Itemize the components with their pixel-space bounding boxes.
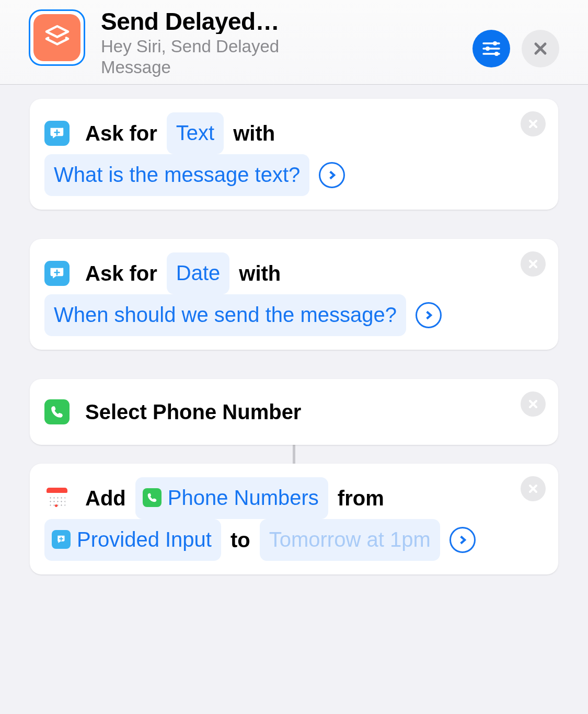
- select-phone-label: Select Phone Number: [85, 393, 301, 431]
- header-buttons: [472, 30, 559, 67]
- title-block: Send Delayed… Hey Siri, Send Delayed Mes…: [101, 8, 457, 77]
- phone-numbers-token[interactable]: Phone Numbers: [135, 477, 328, 519]
- close-button[interactable]: [522, 30, 559, 67]
- phone-numbers-token-label: Phone Numbers: [168, 478, 319, 517]
- svg-point-3: [493, 41, 497, 45]
- action-body: Ask for Text with What is the message te…: [44, 112, 544, 196]
- phone-icon: [44, 399, 70, 424]
- x-icon: [527, 258, 539, 270]
- x-icon: [527, 398, 539, 410]
- input-mini-icon: [52, 530, 71, 549]
- action-body: Select Phone Number: [44, 393, 544, 431]
- ask-verb: Ask for: [85, 254, 157, 293]
- chevron-right-icon: [327, 170, 337, 180]
- chevron-right-icon: [457, 535, 468, 545]
- ask-prompt-pill[interactable]: When should we send the message?: [44, 294, 406, 336]
- x-icon: [527, 118, 539, 130]
- provided-input-token-label: Provided Input: [77, 520, 212, 559]
- header-bar: Send Delayed… Hey Siri, Send Delayed Mes…: [0, 0, 588, 85]
- date-placeholder-pill[interactable]: Tomorrow at 1pm: [260, 519, 440, 561]
- expand-button[interactable]: [319, 162, 345, 188]
- expand-button[interactable]: [449, 527, 476, 553]
- sliders-icon: [481, 38, 502, 59]
- ask-type-pill[interactable]: Date: [167, 252, 230, 294]
- action-add-calendar[interactable]: Add Phone Numbers from Provided Input to…: [30, 464, 558, 574]
- shortcut-subtitle: Hey Siri, Send Delayed Message: [101, 36, 326, 77]
- close-icon: [530, 38, 551, 59]
- action-select-phone-number[interactable]: Select Phone Number: [30, 379, 558, 445]
- svg-point-5: [494, 52, 499, 56]
- shortcut-icon[interactable]: [29, 9, 85, 66]
- add-verb: Add: [85, 479, 126, 517]
- action-connector: [30, 445, 558, 464]
- ask-prompt-pill[interactable]: What is the message text?: [44, 154, 309, 196]
- ask-with: with: [239, 254, 281, 293]
- ask-input-icon: [44, 121, 70, 146]
- phone-mini-icon: [143, 488, 162, 507]
- ask-input-icon: [44, 261, 70, 286]
- action-body: Ask for Date with When should we send th…: [44, 252, 544, 336]
- action-ask-for-date[interactable]: Ask for Date with When should we send th…: [30, 239, 558, 350]
- shortcut-title[interactable]: Send Delayed…: [101, 9, 457, 34]
- ask-type-pill[interactable]: Text: [167, 112, 224, 154]
- shortcut-glyph-icon: [33, 14, 80, 61]
- actions-canvas: Ask for Text with What is the message te…: [0, 85, 588, 574]
- expand-button[interactable]: [416, 302, 442, 328]
- x-icon: [527, 483, 539, 494]
- svg-point-4: [486, 47, 490, 51]
- ask-with: with: [233, 114, 275, 153]
- action-ask-for-text[interactable]: Ask for Text with What is the message te…: [30, 99, 558, 210]
- ask-verb: Ask for: [85, 114, 157, 153]
- settings-button[interactable]: [472, 30, 510, 67]
- calendar-icon: [44, 486, 70, 511]
- add-to: to: [230, 521, 250, 559]
- action-body: Add Phone Numbers from Provided Input to…: [44, 477, 544, 561]
- chevron-right-icon: [423, 310, 434, 320]
- add-from: from: [338, 479, 384, 517]
- provided-input-token[interactable]: Provided Input: [44, 519, 221, 561]
